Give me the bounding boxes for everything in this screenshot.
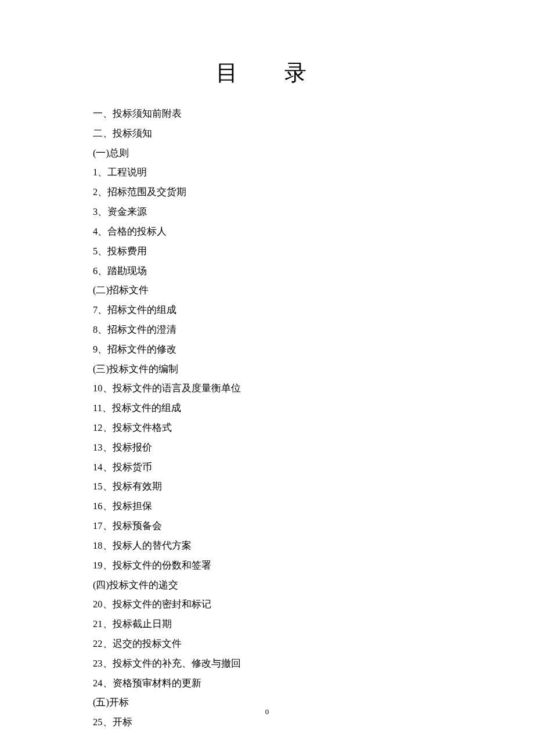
toc-item: 8、招标文件的澄清	[93, 320, 441, 340]
page-title: 目录	[93, 58, 441, 88]
toc-item: 9、招标文件的修改	[93, 340, 441, 359]
toc-item: (二)招标文件	[93, 280, 441, 300]
toc-item: (一)总则	[93, 143, 441, 163]
toc-item: 18、投标人的替代方案	[93, 536, 441, 556]
toc-item: 7、招标文件的组成	[93, 300, 441, 320]
toc-item: (四)投标文件的递交	[93, 575, 441, 595]
toc-item: 5、投标费用	[93, 242, 441, 261]
toc-item: 22、迟交的投标文件	[93, 634, 441, 654]
toc-item: 16、投标担保	[93, 496, 441, 516]
toc-item: 1、工程说明	[93, 163, 441, 182]
toc-item: 17、投标预备会	[93, 516, 441, 536]
toc-item: 3、资金来源	[93, 202, 441, 222]
toc-item: 23、投标文件的补充、修改与撤回	[93, 654, 441, 674]
toc-item: 4、合格的投标人	[93, 222, 441, 242]
toc-item: 21、投标截止日期	[93, 614, 441, 634]
document-page: 目录 一、投标须知前附表 二、投标须知 (一)总则 1、工程说明 2、招标范围及…	[0, 0, 534, 756]
page-number: 0	[0, 707, 534, 717]
toc-list: 一、投标须知前附表 二、投标须知 (一)总则 1、工程说明 2、招标范围及交货期…	[93, 104, 441, 732]
toc-item: 24、资格预审材料的更新	[93, 674, 441, 693]
toc-item: 14、投标货币	[93, 458, 441, 477]
toc-item: 20、投标文件的密封和标记	[93, 595, 441, 614]
toc-item: 12、投标文件格式	[93, 418, 441, 438]
toc-item: 2、招标范围及交货期	[93, 182, 441, 202]
toc-item: 6、踏勘现场	[93, 261, 441, 281]
toc-item: 13、投标报价	[93, 438, 441, 458]
toc-item: (三)投标文件的编制	[93, 359, 441, 379]
toc-item: 19、投标文件的份数和签署	[93, 556, 441, 575]
toc-item: 10、投标文件的语言及度量衡单位	[93, 379, 441, 398]
toc-item: 一、投标须知前附表	[93, 104, 441, 124]
toc-item: 15、投标有效期	[93, 477, 441, 496]
toc-item: 二、投标须知	[93, 124, 441, 143]
toc-item: 11、投标文件的组成	[93, 398, 441, 418]
